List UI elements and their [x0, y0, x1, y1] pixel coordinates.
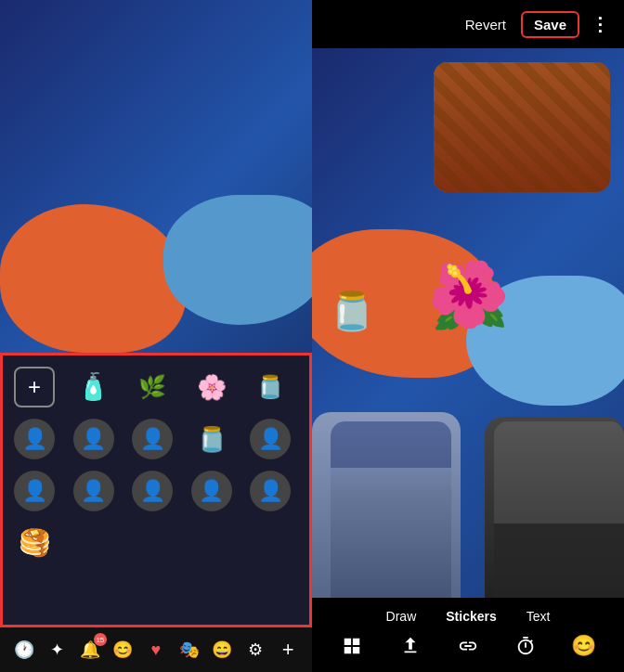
person-circle-4	[250, 419, 291, 459]
sticker-add-button[interactable]: +	[14, 367, 55, 407]
person-circle-2	[73, 419, 114, 459]
heart-icon[interactable]: ♥	[143, 637, 169, 663]
right-panel: Revert Save ⋮ 🌺 🫙	[312, 0, 624, 672]
pancake-icon: 🥞	[19, 530, 51, 556]
top-person-body	[434, 62, 610, 192]
sticker-person-2[interactable]	[70, 415, 118, 463]
save-button[interactable]: Save	[521, 11, 579, 38]
left-panel: + 🧴 🌿 🌸 🫙	[0, 0, 312, 672]
sticker-person-7[interactable]	[128, 467, 176, 515]
edit-tools-row: Draw Stickers Text	[386, 609, 551, 624]
sticker-plate[interactable]: 🫙	[246, 363, 294, 411]
add-toolbar-icon[interactable]: +	[275, 637, 301, 663]
top-toolbar-right: Revert Save ⋮	[312, 0, 624, 48]
timer-icon[interactable]	[511, 631, 540, 661]
person-circle-5	[14, 471, 55, 511]
bottom-icons-row: 😊	[312, 631, 624, 661]
emoji-bottom-icon[interactable]: 😊	[569, 631, 599, 661]
share-icon[interactable]	[396, 631, 425, 661]
right-canvas: 🌺 🫙	[312, 48, 624, 598]
canvas-person-left[interactable]	[312, 412, 461, 598]
grid-icon[interactable]	[337, 631, 367, 661]
sticker-grid: + 🧴 🌿 🌸 🫙	[3, 355, 309, 575]
person-circle-8	[191, 471, 232, 511]
canvas-people-section	[312, 403, 624, 598]
spray-icon: 🧴	[77, 374, 110, 400]
person-circle-1	[14, 419, 55, 459]
revert-button[interactable]: Revert	[458, 11, 514, 38]
sticker-add-cell[interactable]: +	[10, 363, 58, 411]
canvas-person-right[interactable]	[485, 417, 624, 598]
text-tool[interactable]: Text	[526, 609, 551, 624]
face-icon[interactable]: 😄	[209, 637, 235, 663]
sticker-tray: + 🧴 🌿 🌸 🫙	[0, 353, 312, 627]
bottom-edit-toolbar: Draw Stickers Text	[312, 598, 624, 672]
sticker-person-1[interactable]	[10, 415, 58, 463]
person-circle-6	[73, 471, 114, 511]
canvas-person-top-sticker[interactable]	[434, 62, 610, 192]
left-image-area	[0, 0, 312, 353]
sticker-person-3[interactable]	[128, 415, 176, 463]
sticker-jar[interactable]: 🫙	[188, 415, 236, 463]
leaf-icon: 🌿	[138, 376, 166, 398]
notification-badge: 15	[94, 633, 107, 646]
sticker-pancake[interactable]: 🥞	[10, 519, 58, 567]
settings-icon[interactable]: ⚙	[242, 637, 268, 663]
person-circle-3	[132, 419, 173, 459]
clock-icon[interactable]: 🕐	[11, 637, 37, 663]
more-options-button[interactable]: ⋮	[587, 9, 613, 39]
notification-icon[interactable]: 🔔 15	[77, 637, 103, 663]
sticker-person-8[interactable]	[188, 467, 236, 515]
tree-icon: 🌸	[197, 375, 227, 399]
canvas-tree-sticker[interactable]: 🌺	[428, 257, 509, 333]
draw-tool[interactable]: Draw	[386, 609, 417, 624]
sticker-leaf[interactable]: 🌿	[128, 363, 176, 411]
sticker-tree[interactable]: 🌸	[188, 363, 236, 411]
sticker-person-9[interactable]	[246, 467, 294, 515]
link-icon[interactable]	[453, 631, 483, 661]
canvas-jar-sticker[interactable]: 🫙	[329, 290, 375, 333]
sticker-person-4[interactable]	[246, 415, 294, 463]
star-icon[interactable]: ✦	[44, 637, 70, 663]
plate-icon: 🫙	[256, 376, 284, 398]
emoji-icon[interactable]: 😊	[110, 637, 136, 663]
person-circle-7	[132, 471, 173, 511]
person-circle-9	[250, 471, 291, 511]
sticker-person-5[interactable]	[10, 467, 58, 515]
sticker-icon[interactable]: 🎭	[176, 637, 202, 663]
jar-icon: 🫙	[197, 427, 227, 451]
bottom-toolbar-left: 🕐 ✦ 🔔 15 😊 ♥ 🎭 😄 ⚙ +	[0, 627, 312, 672]
stickers-tool[interactable]: Stickers	[446, 609, 496, 624]
sticker-person-6[interactable]	[70, 467, 118, 515]
sticker-spray[interactable]: 🧴	[70, 363, 118, 411]
